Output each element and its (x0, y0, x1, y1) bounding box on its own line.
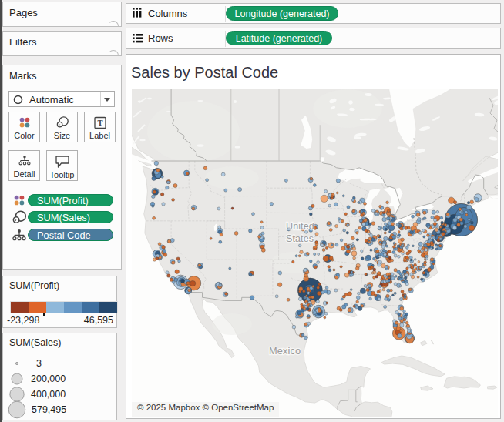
svg-text:States: States (286, 233, 314, 244)
svg-text:United: United (286, 221, 314, 232)
svg-text:T: T (97, 119, 102, 127)
svg-text:Mexico: Mexico (269, 345, 301, 357)
